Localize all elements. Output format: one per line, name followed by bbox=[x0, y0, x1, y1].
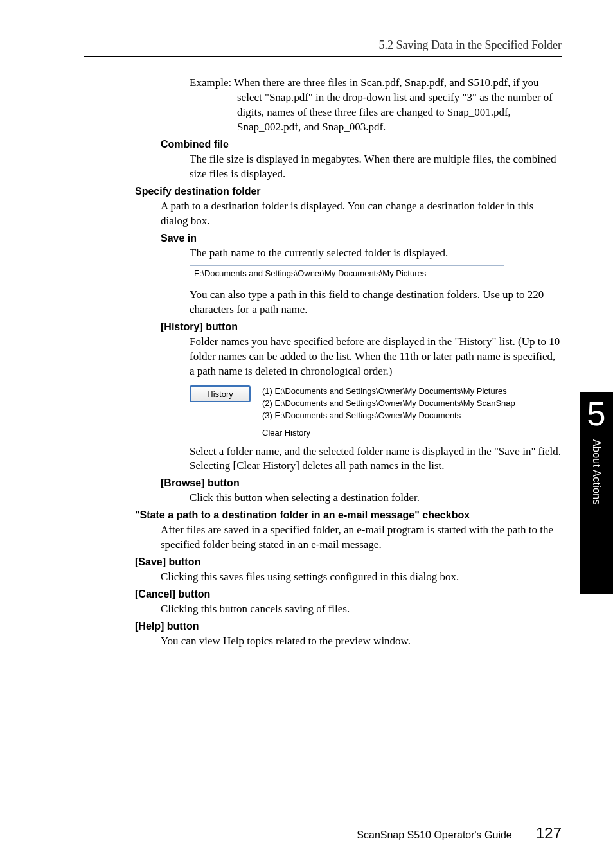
history-item-1[interactable]: (1) E:\Documents and Settings\Owner\My D… bbox=[262, 385, 538, 398]
page-footer: ScanSnap S510 Operator's Guide 127 bbox=[84, 824, 562, 842]
footer-page-number: 127 bbox=[536, 824, 562, 842]
chapter-label: About Actions bbox=[591, 439, 602, 505]
heading-cancel-button: [Cancel] button bbox=[135, 589, 562, 600]
history-text2: Select a folder name, and the selected f… bbox=[190, 445, 562, 459]
save-in-text1: The path name to the currently selected … bbox=[190, 246, 562, 261]
specify-dest-text: A path to a destination folder is displa… bbox=[161, 199, 562, 229]
heading-help-button: [Help] button bbox=[135, 621, 562, 632]
save-text: Clicking this saves files using settings… bbox=[161, 570, 562, 585]
section-header: 5.2 Saving Data in the Specified Folder bbox=[84, 39, 562, 57]
save-in-path-input[interactable]: E:\Documents and Settings\Owner\My Docum… bbox=[190, 265, 504, 281]
heading-history-button: [History] button bbox=[161, 321, 562, 333]
history-clear[interactable]: Clear History bbox=[262, 427, 538, 439]
cancel-text: Clicking this button cancels saving of f… bbox=[161, 602, 562, 617]
heading-save-in: Save in bbox=[161, 233, 562, 244]
chapter-side-tab: 5 About Actions bbox=[580, 392, 613, 594]
help-text: You can view Help topics related to the … bbox=[161, 634, 562, 649]
history-item-2[interactable]: (2) E:\Documents and Settings\Owner\My D… bbox=[262, 398, 538, 410]
footer-guide-title: ScanSnap S510 Operator's Guide bbox=[357, 829, 511, 841]
history-divider bbox=[262, 425, 538, 425]
save-in-text2: You can also type a path in this field t… bbox=[190, 288, 562, 317]
combined-file-text: The file size is displayed in megabytes.… bbox=[190, 152, 562, 182]
heading-specify-dest: Specify destination folder bbox=[135, 186, 562, 197]
history-dropdown[interactable]: (1) E:\Documents and Settings\Owner\My D… bbox=[262, 385, 538, 439]
heading-browse-button: [Browse] button bbox=[161, 477, 562, 489]
history-text3: Selecting [Clear History] deletes all pa… bbox=[190, 459, 562, 474]
history-screenshot: History (1) E:\Documents and Settings\Ow… bbox=[190, 385, 562, 439]
state-text: After files are saved in a specified fol… bbox=[161, 523, 562, 553]
footer-divider bbox=[524, 826, 524, 840]
history-button[interactable]: History bbox=[190, 385, 251, 402]
chapter-number: 5 bbox=[587, 397, 606, 430]
browse-text: Click this button when selecting a desti… bbox=[190, 491, 562, 506]
heading-state-checkbox: "State a path to a destination folder in… bbox=[135, 509, 562, 521]
history-text1: Folder names you have specified before a… bbox=[190, 335, 562, 379]
history-item-3[interactable]: (3) E:\Documents and Settings\Owner\My D… bbox=[262, 410, 538, 422]
example-text: Example: When there are three files in S… bbox=[190, 76, 562, 135]
heading-save-button: [Save] button bbox=[135, 556, 562, 568]
heading-combined-file: Combined file bbox=[161, 139, 562, 150]
